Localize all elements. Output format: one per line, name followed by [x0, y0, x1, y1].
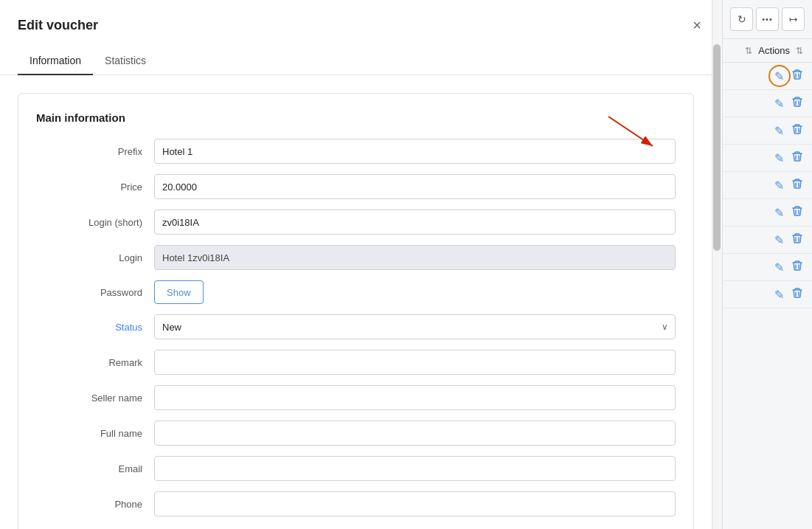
action-row-3: ✎	[723, 117, 812, 145]
delete-icon-2[interactable]	[791, 96, 803, 111]
actions-label: Actions	[758, 45, 790, 56]
close-button[interactable]: ×	[690, 15, 704, 35]
phone-input[interactable]	[154, 491, 676, 516]
edit-icon-8[interactable]: ✎	[774, 260, 784, 274]
remark-label: Remark	[36, 357, 154, 368]
login-input	[154, 245, 676, 270]
edit-icon-9[interactable]: ✎	[774, 288, 784, 302]
login-label: Login	[36, 252, 154, 263]
delete-icon-8[interactable]	[791, 260, 803, 274]
refresh-icon: ↻	[738, 13, 746, 25]
tab-statistics[interactable]: Statistics	[93, 47, 158, 75]
export-button[interactable]: ↦	[782, 7, 805, 31]
password-label: Password	[36, 287, 154, 298]
seller-name-input[interactable]	[154, 385, 676, 410]
tab-information[interactable]: Information	[18, 47, 93, 75]
full-name-label: Full name	[36, 428, 154, 439]
edit-icon-7[interactable]: ✎	[774, 233, 784, 247]
full-name-input[interactable]	[154, 421, 676, 446]
login-row: Login	[36, 245, 676, 270]
delete-icon-7[interactable]	[791, 232, 803, 247]
more-options-button[interactable]: •••	[756, 7, 779, 31]
email-row: Email	[36, 456, 676, 481]
seller-name-row: Seller name	[36, 385, 676, 410]
status-select-wrapper: New Active Inactive ∨	[154, 314, 676, 339]
more-icon: •••	[762, 15, 773, 24]
login-short-label: Login (short)	[36, 217, 154, 228]
sidebar-top-toolbar: ↻ ••• ↦	[723, 0, 812, 39]
delete-icon-4[interactable]	[791, 151, 803, 165]
edit-icon-1[interactable]: ✎	[774, 69, 784, 83]
highlighted-edit-wrapper: ✎	[774, 69, 784, 83]
edit-icon-2[interactable]: ✎	[774, 97, 784, 111]
login-short-row: Login (short)	[36, 210, 676, 235]
edit-icon-3[interactable]: ✎	[774, 124, 784, 138]
modal-body: Main information Prefix Price Login (sho…	[0, 75, 722, 529]
action-row-2: ✎	[723, 90, 812, 117]
scroll-thumb[interactable]	[713, 44, 721, 251]
actions-sort-icon: ⇅	[745, 46, 752, 56]
status-label: Status	[36, 322, 154, 333]
prefix-label: Prefix	[36, 146, 154, 157]
action-row-8: ✎	[723, 254, 812, 281]
delete-icon-1[interactable]	[791, 69, 803, 83]
action-row-1: ✎	[723, 63, 812, 90]
actions-header: ⇅ Actions ⇅	[723, 39, 812, 63]
actions-sort2-icon: ⇅	[796, 46, 803, 56]
price-input[interactable]	[154, 174, 676, 199]
action-row-4: ✎	[723, 145, 812, 172]
action-row-5: ✎	[723, 172, 812, 199]
price-label: Price	[36, 181, 154, 193]
edit-icon-6[interactable]: ✎	[774, 206, 784, 220]
export-icon: ↦	[789, 13, 798, 25]
main-information-card: Main information Prefix Price Login (sho…	[18, 93, 694, 529]
status-row: Status New Active Inactive ∨	[36, 314, 676, 339]
login-short-input[interactable]	[154, 210, 676, 235]
refresh-button[interactable]: ↻	[730, 7, 753, 31]
prefix-input[interactable]	[154, 139, 676, 164]
full-name-row: Full name	[36, 421, 676, 446]
delete-icon-6[interactable]	[791, 205, 803, 220]
status-select[interactable]: New Active Inactive	[154, 314, 676, 339]
edit-icon-5[interactable]: ✎	[774, 179, 784, 193]
card-title: Main information	[36, 111, 676, 124]
delete-icon-9[interactable]	[791, 287, 803, 302]
phone-label: Phone	[36, 499, 154, 510]
action-row-6: ✎	[723, 199, 812, 227]
action-row-9: ✎	[723, 281, 812, 308]
modal-title: Edit voucher	[18, 18, 98, 33]
password-row: Password Show	[36, 280, 676, 304]
email-input[interactable]	[154, 456, 676, 481]
tabs-container: Information Statistics	[0, 47, 722, 75]
edit-icon-4[interactable]: ✎	[774, 151, 784, 165]
action-row-7: ✎	[723, 227, 812, 254]
remark-input[interactable]	[154, 350, 676, 375]
right-sidebar: ↻ ••• ↦ ⇅ Actions ⇅ ✎ ✎	[723, 0, 812, 529]
remark-row: Remark	[36, 350, 676, 375]
actions-list: ✎ ✎ ✎ ✎	[723, 63, 812, 529]
seller-name-label: Seller name	[36, 393, 154, 404]
prefix-row: Prefix	[36, 139, 676, 164]
delete-icon-5[interactable]	[791, 178, 803, 193]
show-password-button[interactable]: Show	[154, 280, 204, 304]
delete-icon-3[interactable]	[791, 123, 803, 138]
scroll-track	[712, 0, 722, 529]
price-row: Price	[36, 174, 676, 199]
phone-row: Phone	[36, 491, 676, 516]
email-label: Email	[36, 463, 154, 474]
